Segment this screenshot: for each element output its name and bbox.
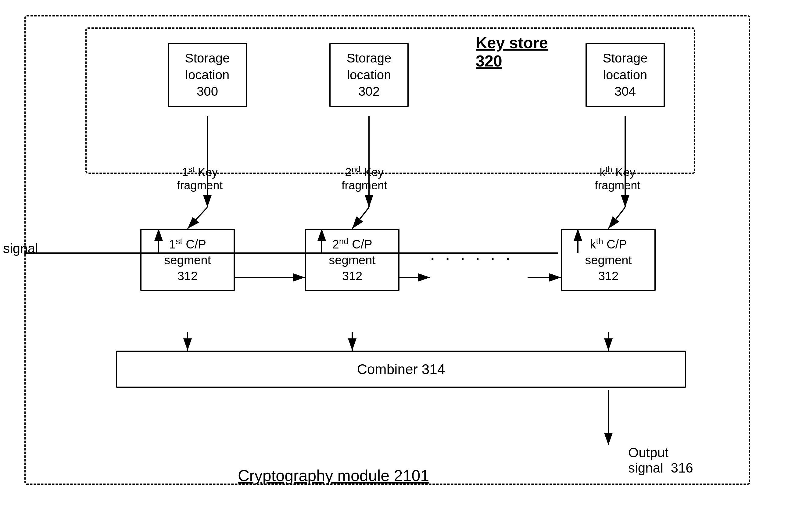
key-fragment-1-label: 1st Keyfragment xyxy=(177,165,223,192)
storage-location-300: Storagelocation300 xyxy=(168,43,247,107)
ellipsis-dots: · · · · · · xyxy=(430,247,513,268)
key-fragment-2-label: 2nd Keyfragment xyxy=(341,165,387,192)
diagram-container: Key store 320 Storagelocation300 Storage… xyxy=(24,15,762,509)
key-fragment-k-label: kth Keyfragment xyxy=(595,165,641,192)
combiner-box: Combiner 314 xyxy=(116,351,686,388)
output-signal-label: Outputsignal 316 xyxy=(628,445,693,476)
key-store-label: Key store 320 xyxy=(476,34,548,70)
storage-location-304: Storagelocation304 xyxy=(586,43,665,107)
cryptography-module-label: Cryptography module 2101 xyxy=(238,467,429,485)
storage-location-302: Storagelocation302 xyxy=(329,43,409,107)
cp-segment-2: 2nd C/Psegment312 xyxy=(305,229,399,291)
input-signal-label: Input signal318 xyxy=(0,241,38,271)
cp-segment-k: kth C/Psegment312 xyxy=(561,229,656,291)
cp-segment-1: 1st C/Psegment312 xyxy=(140,229,235,291)
